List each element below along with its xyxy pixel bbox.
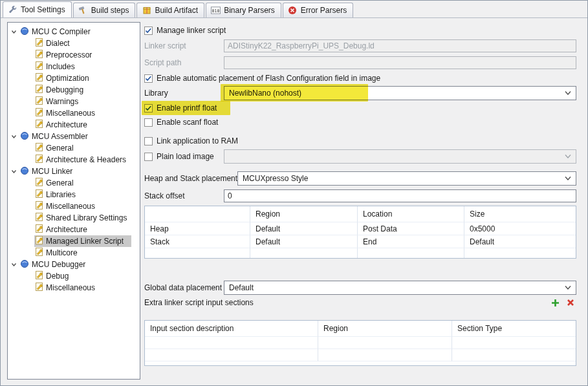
table-cell[interactable]: Default	[464, 235, 576, 248]
scanf-float-row: Enable scanf float	[144, 117, 576, 127]
tree-item-compiler-architecture[interactable]: Architecture	[8, 119, 140, 131]
tree-group-label: MCU Assembler	[32, 132, 88, 141]
tab-label: Build Artifact	[155, 6, 198, 15]
linker-script-row: Linker script	[144, 39, 576, 52]
category-icon	[35, 283, 43, 293]
tree-item-debug[interactable]: Debug	[8, 270, 140, 282]
table-header-cell: Region	[318, 321, 452, 337]
heap-stack-placement-dropdown[interactable]: MCUXpresso Style	[237, 171, 576, 186]
plain-load-image-checkbox[interactable]	[144, 153, 153, 161]
tab-label: Tool Settings	[21, 5, 65, 14]
tree-item-linker-architecture[interactable]: Architecture	[8, 224, 140, 235]
tree-item-debugger-miscellaneous[interactable]: Miscellaneous	[8, 282, 140, 294]
tree-item-architecture-headers[interactable]: Architecture & Headers	[8, 154, 140, 166]
category-icon	[35, 271, 43, 281]
tab-label: Binary Parsers	[224, 6, 275, 15]
category-icon	[35, 61, 43, 72]
table-row-stack[interactable]: Stack Default End Default	[145, 235, 576, 248]
tool-icon	[20, 27, 29, 38]
tree-item-managed-linker-script[interactable]: Managed Linker Script	[8, 235, 140, 247]
library-dropdown[interactable]: NewlibNano (nohost)	[224, 86, 576, 100]
tree-group-label: MCU C Compiler	[32, 27, 91, 36]
plain-load-image-dropdown	[224, 149, 576, 164]
global-data-placement-dropdown[interactable]: Default	[224, 281, 576, 295]
manage-linker-script-checkbox[interactable]	[144, 27, 153, 35]
tree-item-dialect[interactable]: Dialect	[8, 38, 140, 49]
link-to-ram-checkbox[interactable]	[144, 137, 153, 145]
chevron-down-icon	[561, 177, 571, 180]
table-header-cell: Input section description	[145, 321, 318, 337]
tree-item-debugging[interactable]: Debugging	[8, 84, 140, 96]
stack-offset-row: Stack offset	[144, 189, 576, 202]
tree-item-optimization[interactable]: Optimization	[8, 72, 140, 84]
tree-group-mcu-c-compiler[interactable]: MCU C Compiler	[8, 26, 140, 38]
scanf-float-checkbox[interactable]	[144, 118, 153, 127]
table-cell[interactable]: Default	[250, 222, 358, 235]
library-label: Library	[144, 89, 224, 98]
tree-group-mcu-assembler[interactable]: MCU Assembler	[8, 131, 140, 142]
tree-group-mcu-linker[interactable]: MCU Linker	[8, 166, 140, 177]
tree-group-mcu-debugger[interactable]: MCU Debugger	[8, 259, 140, 270]
tree-item-shared-library-settings[interactable]: Shared Library Settings	[8, 212, 140, 224]
table-row-empty	[145, 337, 576, 349]
dropdown-value: Default	[229, 283, 254, 292]
heap-stack-placement-label: Heap and Stack placement	[144, 174, 237, 183]
category-icon	[35, 38, 43, 48]
add-section-button[interactable]	[549, 297, 561, 308]
table-cell: Stack	[145, 235, 250, 248]
table-header-cell: Region	[250, 206, 358, 222]
global-data-placement-label: Global data placement	[144, 283, 224, 292]
tree-group-label: MCU Linker	[32, 167, 72, 176]
table-cell[interactable]: Default	[250, 235, 358, 248]
tree-item-warnings[interactable]: Warnings	[8, 96, 140, 107]
stack-offset-field[interactable]	[224, 189, 576, 202]
tree-item-libraries[interactable]: Libraries	[8, 189, 140, 200]
checkbox-label: Link application to RAM	[157, 136, 238, 145]
binary-icon: 010	[211, 6, 221, 14]
extra-sections-header-row: Extra linker script input sections	[144, 297, 576, 308]
tab-tool-settings[interactable]: Tool Settings	[3, 1, 72, 17]
tree-item-includes[interactable]: Includes	[8, 61, 140, 72]
table-cell[interactable]: Post Data	[358, 222, 464, 235]
global-data-placement-row: Global data placement Default	[144, 281, 576, 295]
error-icon	[288, 6, 298, 15]
tab-binary-parsers[interactable]: 010 Binary Parsers	[206, 3, 281, 17]
tab-build-steps[interactable]: Build steps	[73, 3, 136, 17]
tree-item-preprocessor[interactable]: Preprocessor	[8, 49, 140, 61]
table-row-heap[interactable]: Heap Default Post Data 0x5000	[145, 222, 576, 235]
chevron-down-icon[interactable]	[11, 134, 19, 140]
category-icon	[35, 189, 43, 200]
dropdown-value: NewlibNano (nohost)	[229, 89, 301, 98]
hammer-icon	[78, 6, 88, 15]
table-header-row: Region Location Size	[145, 206, 576, 222]
category-icon	[35, 213, 43, 223]
tree-item-linker-general[interactable]: General	[8, 177, 140, 189]
plain-load-image-row: Plain load image	[144, 149, 576, 164]
chevron-down-icon[interactable]	[11, 262, 19, 268]
flash-config-checkbox[interactable]	[144, 74, 153, 83]
flash-config-row: Enable automatic placement of Flash Conf…	[144, 73, 576, 83]
tree-item-linker-miscellaneous[interactable]: Miscellaneous	[8, 200, 140, 212]
tab-error-parsers[interactable]: Error Parsers	[283, 3, 353, 17]
table-cell[interactable]: 0x5000	[464, 222, 576, 235]
category-icon	[35, 73, 43, 83]
checkbox-label: Enable scanf float	[157, 118, 218, 127]
chevron-down-icon[interactable]	[11, 29, 19, 35]
chevron-down-icon[interactable]	[11, 169, 19, 175]
chevron-down-icon	[561, 91, 571, 95]
tab-build-artifact[interactable]: Build Artifact	[136, 3, 204, 17]
table-cell[interactable]: End	[358, 235, 464, 248]
table-header-cell: Size	[464, 206, 576, 222]
chevron-down-icon	[561, 155, 571, 158]
printf-float-row: Enable printf float	[144, 103, 576, 113]
table-header-cell	[145, 206, 250, 222]
checkbox-label: Enable automatic placement of Flash Conf…	[157, 74, 380, 83]
tree-group-label: MCU Debugger	[32, 260, 85, 269]
tree-item-compiler-miscellaneous[interactable]: Miscellaneous	[8, 107, 140, 119]
tree-item-multicore[interactable]: Multicore	[8, 247, 140, 259]
checkbox-label: Manage linker script	[157, 26, 226, 35]
dropdown-value: MCUXpresso Style	[243, 174, 308, 183]
printf-float-checkbox[interactable]	[144, 104, 153, 113]
delete-section-button[interactable]	[565, 297, 576, 308]
tree-item-assembler-general[interactable]: General	[8, 142, 140, 154]
